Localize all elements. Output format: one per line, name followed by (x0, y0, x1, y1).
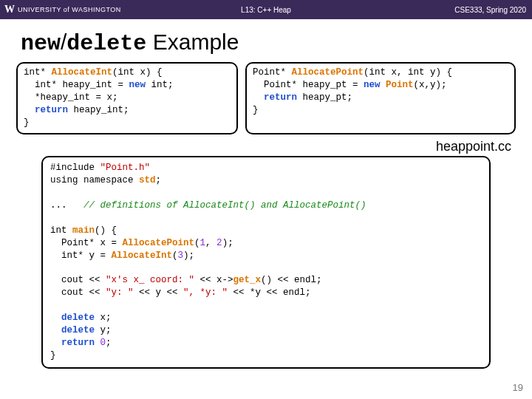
code-allocate-point: Point* AllocatePoint(int x, int y) { Poi… (245, 62, 516, 134)
slide-title: new/delete Example (0, 19, 532, 62)
main-code-wrap: #include "Point.h" using namespace std; … (0, 156, 532, 369)
uw-w-mark: W (4, 4, 15, 16)
uw-text: UNIVERSITY of WASHINGTON (18, 6, 121, 13)
title-mono-new: new (21, 31, 61, 56)
uw-logo: W UNIVERSITY of WASHINGTON (0, 4, 121, 16)
course-info: CSE333, Spring 2020 (454, 6, 526, 14)
file-label: heappoint.cc (0, 137, 532, 156)
page-number: 19 (513, 382, 523, 393)
header-bar: W UNIVERSITY of WASHINGTON L13: C++ Heap… (0, 0, 532, 19)
title-mono-delete: delete (66, 31, 146, 56)
title-rest: Example (146, 30, 239, 54)
code-main: #include "Point.h" using namespace std; … (41, 156, 491, 369)
lecture-title: L13: C++ Heap (241, 6, 291, 14)
code-row: int* AllocateInt(int x) { int* heapy_int… (0, 62, 532, 137)
code-allocate-int: int* AllocateInt(int x) { int* heapy_int… (16, 62, 238, 134)
